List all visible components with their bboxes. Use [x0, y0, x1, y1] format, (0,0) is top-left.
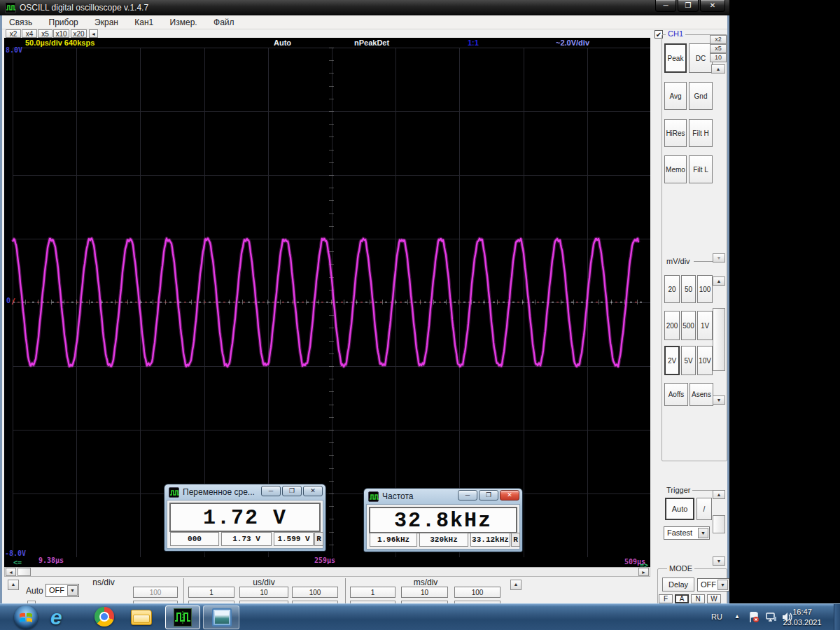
- ns-100-button[interactable]: 100: [133, 587, 178, 598]
- aoffs-button[interactable]: Aoffs: [664, 383, 688, 406]
- zoom-x10-button[interactable]: x10: [53, 29, 69, 38]
- measure-window-icon: [368, 491, 379, 502]
- minimize-button[interactable]: ─: [655, 0, 676, 12]
- scroll-left-icon[interactable]: ◄: [6, 568, 16, 576]
- mvdiv-2v-button[interactable]: 2V: [664, 346, 680, 375]
- ch1-peak-button[interactable]: Peak: [664, 43, 687, 73]
- mode-a-button[interactable]: A: [675, 594, 689, 603]
- scroll-down-icon[interactable]: ▼: [713, 556, 725, 566]
- scroll-up-icon[interactable]: ▲: [711, 64, 725, 74]
- scroll-up-icon[interactable]: ▲: [510, 580, 522, 590]
- action-center-icon[interactable]: [749, 612, 759, 623]
- dropdown-arrow-icon[interactable]: ▼: [698, 528, 708, 538]
- trigger-slope-button[interactable]: /: [696, 498, 712, 520]
- zoom-toolbar: x2 x4 x5 x10 x20 ◄: [2, 29, 727, 38]
- menu-izmer[interactable]: Измер.: [163, 15, 204, 27]
- scope-hscroll-thumb[interactable]: [18, 568, 31, 576]
- measure-avg-min: 000: [170, 532, 219, 546]
- maximize-button[interactable]: ❐: [678, 0, 699, 12]
- trigger-auto-button[interactable]: Auto: [665, 498, 694, 520]
- trigger-slider-thumb[interactable]: [713, 515, 725, 533]
- ch1-hires-button[interactable]: HiRes: [664, 119, 687, 147]
- measure-freq-window[interactable]: Частота ─ ❐ ✕ 32.8kHz 1.96kHz 320kHz 33.…: [363, 488, 523, 552]
- trigger-speed-select[interactable]: Fastest ▼: [664, 526, 710, 540]
- mvdiv-200-button[interactable]: 200: [664, 311, 680, 340]
- dropdown-arrow-icon[interactable]: ▼: [718, 580, 728, 590]
- ch1-memo-button[interactable]: Memo: [664, 155, 687, 183]
- ch1-avg-button[interactable]: Avg: [664, 82, 687, 110]
- mvdiv-1v-button[interactable]: 1V: [697, 311, 713, 340]
- ch1-filtl-button[interactable]: Filt L: [689, 155, 713, 183]
- us-1-button[interactable]: 1: [188, 587, 234, 598]
- mvdiv-20-button[interactable]: 20: [664, 275, 680, 303]
- ch1-filth-button[interactable]: Filt H: [689, 119, 713, 147]
- titlebar[interactable]: OSCILL digital oscilloscope v.1.4.7 ─ ❐ …: [0, 0, 729, 15]
- start-button[interactable]: [14, 606, 38, 629]
- mvdiv-10v-button[interactable]: 10V: [697, 346, 713, 375]
- close-button[interactable]: ✕: [500, 490, 519, 500]
- toolbar-left-icon[interactable]: ◄: [89, 29, 98, 38]
- vgain-x2-button[interactable]: x2: [710, 35, 727, 44]
- internet-explorer-icon[interactable]: e: [50, 607, 71, 628]
- scope-display[interactable]: 50.0µs/div 640ksps Auto nPeakDet 1:1 ~2.…: [4, 38, 650, 567]
- clock-time: 16:47: [774, 607, 830, 617]
- photo-viewer-task-button[interactable]: [203, 606, 239, 629]
- clock[interactable]: 16:47 23.03.2021: [774, 607, 830, 628]
- scope-horizontal-scrollbar[interactable]: [4, 567, 650, 577]
- vgain-10-button[interactable]: 10: [710, 53, 727, 62]
- minimize-icon: ─: [663, 1, 668, 9]
- asens-button[interactable]: Asens: [690, 383, 713, 406]
- offset-slider-thumb[interactable]: [713, 308, 725, 371]
- measure-freq-reset-button[interactable]: R: [511, 533, 520, 547]
- maximize-button[interactable]: ❐: [282, 486, 302, 496]
- scroll-up-icon[interactable]: ▲: [713, 276, 725, 286]
- mode-off-select[interactable]: OFF ▼: [697, 578, 729, 592]
- mvdiv-100-button[interactable]: 100: [697, 275, 713, 303]
- ch1-dc-button[interactable]: DC: [689, 43, 713, 73]
- menu-fail[interactable]: Файл: [206, 15, 241, 27]
- vgain-x5-button[interactable]: x5: [710, 44, 727, 53]
- zoom-x20-button[interactable]: x20: [71, 29, 87, 38]
- scroll-up-icon[interactable]: ▲: [8, 580, 19, 590]
- scroll-right-icon[interactable]: ►: [638, 568, 649, 576]
- measure-freq-value: 32.8kHz: [369, 507, 517, 533]
- mvdiv-50-button[interactable]: 50: [681, 275, 696, 303]
- menu-svyaz[interactable]: Связь: [2, 15, 39, 27]
- scroll-up-icon[interactable]: ▲: [713, 490, 725, 499]
- zoom-x5-button[interactable]: x5: [38, 29, 52, 38]
- mvdiv-500-button[interactable]: 500: [681, 311, 696, 340]
- ms-10-button[interactable]: 10: [401, 587, 448, 598]
- ch1-gnd-button[interactable]: Gnd: [689, 82, 713, 110]
- language-indicator[interactable]: RU: [711, 612, 722, 621]
- measure-avg-reset-button[interactable]: R: [314, 532, 323, 546]
- oscill-task-button[interactable]: [165, 606, 200, 629]
- mode-f-button[interactable]: F: [659, 594, 673, 603]
- minimize-button[interactable]: ─: [261, 486, 281, 496]
- mvdiv-5v-button[interactable]: 5V: [681, 346, 696, 375]
- tray-expand-icon[interactable]: ▲: [734, 613, 740, 620]
- scroll-down-icon[interactable]: ▼: [713, 396, 725, 405]
- us-100-button[interactable]: 100: [292, 587, 338, 598]
- mode-n-button[interactable]: N: [691, 594, 705, 603]
- menu-kan1[interactable]: Кан1: [127, 15, 160, 27]
- mode-w-button[interactable]: W: [707, 594, 721, 603]
- close-button[interactable]: ✕: [303, 486, 323, 496]
- cursor-left-marker[interactable]: <=: [13, 559, 22, 566]
- maximize-button[interactable]: ❐: [479, 490, 498, 500]
- file-explorer-icon[interactable]: [131, 610, 152, 625]
- auto-value: OFF: [49, 586, 64, 594]
- menu-pribor[interactable]: Прибор: [42, 15, 85, 27]
- menu-ekran[interactable]: Экран: [88, 15, 125, 27]
- scroll-down-icon[interactable]: ▼: [713, 253, 725, 262]
- zoom-x4-button[interactable]: x4: [22, 29, 37, 38]
- ms-100-button[interactable]: 100: [454, 587, 500, 598]
- us-10-button[interactable]: 10: [239, 587, 288, 598]
- show-desktop-button[interactable]: [834, 604, 840, 630]
- mode-delay-button[interactable]: Delay: [662, 578, 694, 592]
- ms-1-button[interactable]: 1: [350, 587, 396, 598]
- minimize-button[interactable]: ─: [458, 490, 477, 500]
- chrome-icon[interactable]: [94, 607, 114, 626]
- measure-avg-window[interactable]: Переменное сре... ─ ❐ ✕ 1.72 V 000 1.73 …: [164, 484, 326, 552]
- close-button[interactable]: ✕: [700, 0, 725, 12]
- zoom-x2-button[interactable]: x2: [6, 29, 21, 38]
